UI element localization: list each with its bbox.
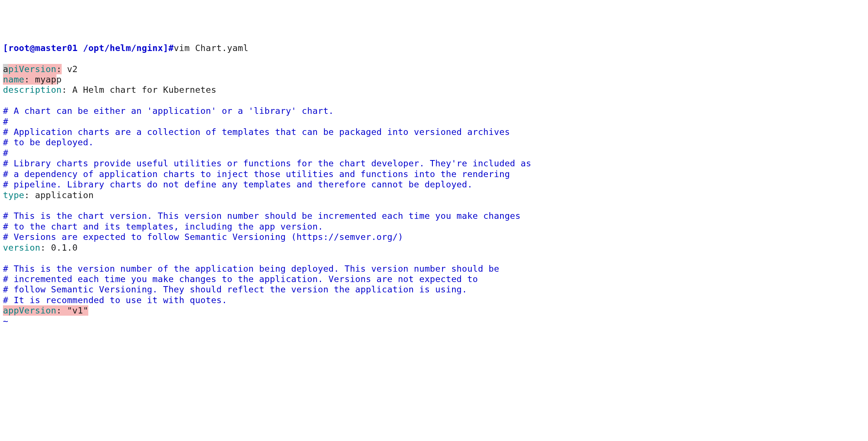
yaml-key-appversion: appVersion bbox=[3, 305, 56, 316]
yaml-comment: # It is recommended to use it with quote… bbox=[3, 295, 227, 305]
yaml-comment: # bbox=[3, 148, 8, 158]
yaml-colon: : bbox=[24, 190, 30, 200]
yaml-colon: : bbox=[40, 242, 45, 253]
yaml-value-name-highlight: myap bbox=[30, 74, 56, 85]
yaml-key-type: type bbox=[3, 190, 24, 200]
blank-line bbox=[3, 53, 8, 64]
blank-line bbox=[3, 95, 8, 106]
yaml-value-description: A Helm chart for Kubernetes bbox=[67, 85, 216, 95]
shell-prompt: [root@master01 /opt/helm/nginx]# bbox=[3, 43, 174, 53]
terminal[interactable]: [root@master01 /opt/helm/nginx]#vim Char… bbox=[3, 43, 865, 326]
yaml-colon: : bbox=[24, 74, 30, 85]
cursor: a bbox=[3, 64, 8, 74]
yaml-value-appversion: "v1" bbox=[62, 305, 88, 316]
shell-command: vim Chart.yaml bbox=[174, 43, 248, 53]
yaml-comment: # This is the version number of the appl… bbox=[3, 264, 499, 274]
yaml-value-name-tail: p bbox=[57, 74, 62, 85]
yaml-key-apiversion: piVersion bbox=[8, 64, 56, 74]
yaml-comment: # Versions are expected to follow Semant… bbox=[3, 232, 403, 242]
yaml-colon: : bbox=[57, 64, 62, 74]
yaml-comment: # Library charts provide useful utilitie… bbox=[3, 158, 531, 169]
yaml-comment: # pipeline. Library charts do not define… bbox=[3, 179, 472, 190]
yaml-comment: # follow Semantic Versioning. They shoul… bbox=[3, 284, 467, 295]
yaml-value-version: 0.1.0 bbox=[46, 242, 78, 253]
yaml-key-description: description bbox=[3, 85, 62, 95]
yaml-key-name: name bbox=[3, 74, 24, 85]
yaml-colon: : bbox=[62, 85, 67, 95]
blank-line bbox=[3, 200, 8, 211]
yaml-value-apiversion: v2 bbox=[62, 64, 78, 74]
yaml-value-type: application bbox=[30, 190, 93, 200]
vim-empty-line-tilde: ~ bbox=[3, 316, 8, 326]
yaml-comment: # A chart can be either an 'application'… bbox=[3, 106, 334, 116]
yaml-comment: # incremented each time you make changes… bbox=[3, 274, 478, 284]
yaml-colon: : bbox=[56, 305, 61, 316]
yaml-comment: # to the chart and its templates, includ… bbox=[3, 221, 323, 232]
blank-line bbox=[3, 253, 8, 263]
yaml-comment: # Application charts are a collection of… bbox=[3, 127, 510, 137]
yaml-key-version: version bbox=[3, 242, 40, 253]
yaml-comment: # This is the chart version. This versio… bbox=[3, 211, 520, 221]
yaml-comment: # a dependency of application charts to … bbox=[3, 169, 510, 179]
yaml-comment: # bbox=[3, 116, 8, 127]
yaml-comment: # to be deployed. bbox=[3, 137, 94, 147]
